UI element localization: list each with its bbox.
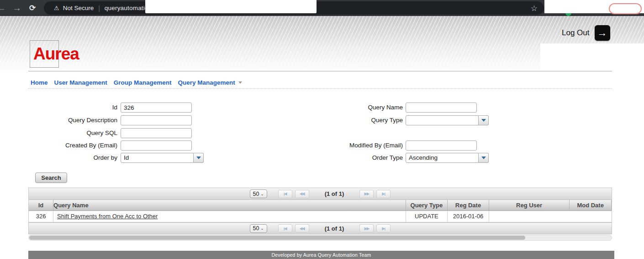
refresh-icon[interactable]: ⟳ <box>25 3 40 13</box>
query-sql-field[interactable] <box>121 128 192 138</box>
query-type-dropdown[interactable] <box>406 115 489 125</box>
select-chevron-icon: ⌄ <box>260 226 264 231</box>
browser-toolbar: ← → ⟳ ⚠ Not Secure | queryautomation ☆ <box>0 0 644 16</box>
nav-item-user-management[interactable]: User Management <box>54 79 107 86</box>
order-by-label: Order by <box>17 153 117 163</box>
column-header-query-name[interactable]: Query Name <box>53 200 406 210</box>
created-by-field[interactable] <box>121 140 192 151</box>
cell-query-name: Shift Payments from One Acc to Other <box>53 211 406 222</box>
header-divider <box>28 71 612 71</box>
results-table: 50 ⌄ |◀ ◀◀ (1 of 1) ▶▶ ▶| Id Query Name … <box>28 188 612 234</box>
next-page-icon[interactable]: ▶▶ <box>359 190 374 198</box>
bookmark-star-icon[interactable]: ☆ <box>531 4 538 13</box>
cell-id: 326 <box>29 211 53 222</box>
last-page-icon[interactable]: ▶| <box>376 224 391 232</box>
paginator-bottom: 50 ⌄ |◀ ◀◀ (1 of 1) ▶▶ ▶| <box>29 222 612 234</box>
logout-arrow-icon[interactable]: → <box>595 25 610 41</box>
order-type-dropdown[interactable]: Ascending <box>406 153 489 163</box>
column-header-query-type[interactable]: Query Type <box>406 200 448 210</box>
page-size-value: 50 <box>253 225 259 232</box>
prev-page-icon[interactable]: ◀◀ <box>295 224 309 232</box>
footer-bar: Developed by Aurea Query Automation Team <box>28 251 614 259</box>
profile-highlight-outline <box>609 3 642 14</box>
cell-query-type: UPDATE <box>406 211 448 222</box>
search-button[interactable]: Search <box>35 173 67 183</box>
first-page-icon[interactable]: |◀ <box>278 190 292 198</box>
back-icon[interactable]: ← <box>0 3 9 13</box>
query-name-label: Query Name <box>302 103 403 113</box>
order-by-dropdown-button[interactable] <box>194 153 204 163</box>
modified-by-label: Modified By (Email) <box>302 140 403 151</box>
url-text: queryautomation <box>105 5 152 11</box>
page-size-select[interactable]: 50 ⌄ <box>250 224 267 233</box>
main-nav: Home User Management Group Management Qu… <box>28 76 612 89</box>
page-size-select[interactable]: 50 ⌄ <box>250 189 267 198</box>
header-white-patch <box>540 43 644 73</box>
url-redaction-box <box>145 0 317 13</box>
column-header-reg-user[interactable]: Reg User <box>489 200 570 210</box>
dropdown-arrow-icon <box>481 156 486 159</box>
column-header-id[interactable]: Id <box>29 200 53 210</box>
scrollbar-thumb[interactable] <box>29 236 525 240</box>
first-page-icon[interactable]: |◀ <box>278 224 292 232</box>
table-header-row: Id Query Name Query Type Reg Date Reg Us… <box>29 200 612 211</box>
order-type-dropdown-button[interactable] <box>479 153 489 163</box>
column-header-reg-date[interactable]: Reg Date <box>448 200 489 210</box>
order-type-label: Order Type <box>302 153 403 163</box>
modified-by-field[interactable] <box>406 140 477 151</box>
column-header-mod-date[interactable]: Mod Date <box>570 200 612 210</box>
cell-mod-date <box>570 211 612 222</box>
dropdown-arrow-icon <box>196 156 201 159</box>
order-by-dropdown[interactable]: Id <box>121 153 204 163</box>
horizontal-scrollbar[interactable] <box>28 235 612 241</box>
select-chevron-icon: ⌄ <box>260 192 264 196</box>
chevron-down-icon[interactable] <box>238 81 242 84</box>
not-secure-label: Not Secure <box>63 5 94 11</box>
dropdown-arrow-icon <box>481 119 486 122</box>
address-bar[interactable]: ⚠ Not Secure | queryautomation ☆ <box>44 1 544 15</box>
nav-item-home[interactable]: Home <box>31 79 48 86</box>
order-by-value: Id <box>121 153 194 163</box>
nav-item-group-management[interactable]: Group Management <box>114 79 172 86</box>
prev-page-icon[interactable]: ◀◀ <box>295 190 309 198</box>
query-sql-label: Query SQL <box>17 128 117 138</box>
created-by-label: Created By (Email) <box>17 140 117 151</box>
page: ← → ⟳ ⚠ Not Secure | queryautomation ☆ L… <box>0 0 644 259</box>
not-secure-warning-icon: ⚠ <box>54 5 59 11</box>
paginator-top: 50 ⌄ |◀ ◀◀ (1 of 1) ▶▶ ▶| <box>29 188 612 200</box>
query-type-label: Query Type <box>302 115 403 125</box>
cell-reg-user <box>489 211 570 222</box>
query-type-value <box>406 115 479 125</box>
nav-item-query-management[interactable]: Query Management <box>178 79 235 86</box>
id-label: Id <box>17 103 117 113</box>
order-type-value: Ascending <box>406 153 479 163</box>
logout-button[interactable]: Log Out → <box>562 25 610 41</box>
page-status: (1 of 1) <box>325 225 344 232</box>
last-page-icon[interactable]: ▶| <box>376 190 391 198</box>
url-separator: | <box>98 5 100 12</box>
logout-label: Log Out <box>562 28 590 38</box>
forward-icon[interactable]: → <box>9 3 25 13</box>
query-description-field[interactable] <box>121 115 192 125</box>
id-field[interactable] <box>121 103 192 113</box>
table-row: 326 Shift Payments from One Acc to Other… <box>29 211 612 222</box>
aurea-logo[interactable]: Aurea <box>33 44 79 64</box>
page-status: (1 of 1) <box>325 190 344 197</box>
next-page-icon[interactable]: ▶▶ <box>359 224 374 232</box>
query-description-label: Query Description <box>17 115 117 125</box>
query-type-dropdown-button[interactable] <box>479 115 489 125</box>
page-size-value: 50 <box>253 191 259 197</box>
query-name-field[interactable] <box>406 103 477 113</box>
cell-reg-date: 2016-01-06 <box>448 211 489 222</box>
query-name-link[interactable]: Shift Payments from One Acc to Other <box>57 213 158 220</box>
